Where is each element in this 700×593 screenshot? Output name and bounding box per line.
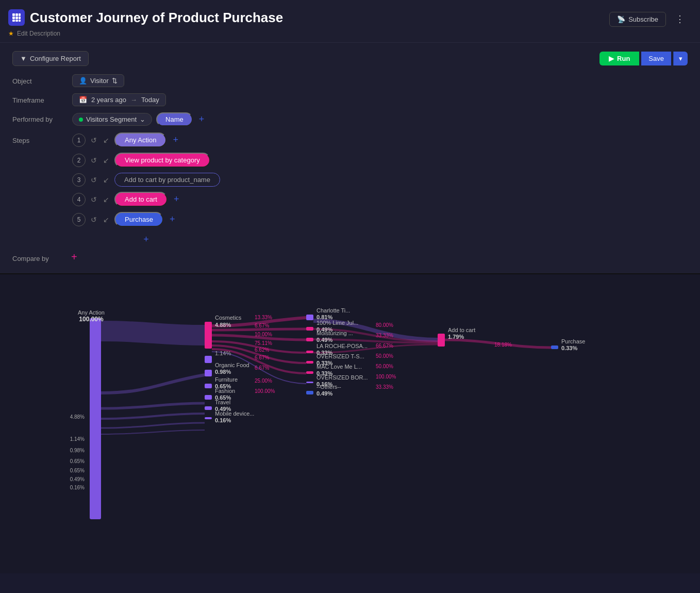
step-4-refresh[interactable]: ↺ (90, 194, 98, 205)
svg-text:--Others--: --Others-- (316, 384, 341, 390)
step-5-circle: 5 (72, 213, 86, 226)
compare-add-button[interactable]: + (69, 251, 79, 263)
svg-rect-26 (551, 345, 558, 349)
run-save-group: ▶ Run Save ▾ (599, 52, 688, 65)
svg-rect-1 (15, 13, 18, 16)
step-2: 2 ↺ ↙ View product by category (72, 153, 220, 168)
object-value: 👤 Visitor ⇅ (72, 74, 124, 87)
object-row: Object 👤 Visitor ⇅ (12, 74, 688, 87)
step-3-circle: 3 (72, 173, 86, 187)
svg-rect-16 (205, 417, 212, 419)
chevron-icon: ⇅ (112, 77, 118, 85)
compare-label: Compare by (12, 252, 64, 262)
step-1: 1 ↺ ↙ Any Action + (72, 133, 220, 147)
svg-rect-5 (19, 17, 21, 19)
svg-text:4.88%: 4.88% (215, 322, 231, 328)
step-3-action[interactable]: Add to cart by product_name (114, 173, 220, 187)
svg-text:Cosmetics: Cosmetics (215, 315, 242, 321)
chevron-down-icon: ▼ (20, 55, 27, 62)
step-1-branch[interactable]: ↙ (102, 135, 110, 145)
step-3-refresh[interactable]: ↺ (90, 175, 98, 185)
svg-text:100.00%: 100.00% (255, 388, 275, 394)
svg-rect-15 (205, 406, 212, 410)
step-2-refresh[interactable]: ↺ (90, 155, 98, 166)
svg-text:100% Lime Jul...: 100% Lime Jul... (316, 320, 358, 326)
step-4-action[interactable]: Add to cart (114, 192, 168, 207)
step-2-action[interactable]: View product by category (114, 153, 210, 168)
steps-column: 1 ↺ ↙ Any Action + 2 ↺ ↙ View product by… (72, 133, 220, 245)
step-3-branch[interactable]: ↙ (102, 175, 110, 185)
svg-text:33.33%: 33.33% (376, 384, 393, 390)
step-1-action[interactable]: Any Action (114, 133, 166, 147)
svg-text:66.67%: 66.67% (376, 343, 393, 349)
svg-text:25.00%: 25.00% (255, 378, 272, 384)
step-2-circle: 2 (72, 154, 86, 167)
step-5-refresh[interactable]: ↺ (90, 215, 98, 225)
svg-text:0.49%: 0.49% (316, 390, 332, 397)
calendar-icon: 📅 (79, 96, 87, 104)
step-5-branch[interactable]: ↙ (102, 215, 110, 225)
svg-rect-21 (306, 361, 313, 364)
more-options-button[interactable]: ⋮ (672, 11, 688, 27)
save-dropdown-button[interactable]: ▾ (673, 52, 688, 65)
svg-rect-19 (306, 338, 313, 341)
svg-text:0.98%: 0.98% (70, 448, 85, 453)
step-3: 3 ↺ ↙ Add to cart by product_name (72, 173, 220, 187)
steps-row: Steps 1 ↺ ↙ Any Action + 2 ↺ ↙ View prod… (12, 133, 688, 245)
svg-rect-3 (12, 17, 15, 19)
svg-text:Add to cart: Add to cart (448, 327, 475, 333)
add-performed-button[interactable]: + (197, 114, 207, 125)
svg-text:0.16%: 0.16% (215, 417, 231, 423)
performed-value: Visitors Segment ⌄ Name + (72, 112, 206, 126)
edit-description[interactable]: ★ Edit Description (8, 30, 283, 37)
svg-text:6.67%: 6.67% (255, 365, 269, 371)
object-selector[interactable]: 👤 Visitor ⇅ (72, 74, 124, 87)
timeframe-row: Timeframe 📅 2 years ago → Today (12, 93, 688, 106)
page-header: Customer Journey of Product Purchase ★ E… (0, 0, 700, 43)
svg-text:OVERSIZED T-S...: OVERSIZED T-S... (316, 353, 364, 359)
svg-rect-2 (19, 13, 21, 16)
green-dot-icon (79, 118, 83, 122)
step-5-add[interactable]: + (168, 214, 177, 225)
svg-text:LA ROCHE-POSA...: LA ROCHE-POSA... (316, 343, 368, 349)
svg-text:OVERSIZED BOR...: OVERSIZED BOR... (316, 374, 368, 381)
svg-rect-23 (306, 382, 313, 383)
svg-text:Mobile device...: Mobile device... (215, 410, 254, 417)
step-4-add[interactable]: + (172, 194, 181, 205)
svg-text:6.67%: 6.67% (255, 355, 269, 360)
svg-text:33.33%: 33.33% (376, 333, 393, 338)
step-4-circle: 4 (72, 193, 86, 206)
sankey-chart: Any Action 100.00% 4.88% 1.14% 0.98% 0.6… (10, 290, 690, 558)
visitor-icon: 👤 (79, 77, 87, 85)
subscribe-button[interactable]: 📡 Subscribe (609, 12, 666, 27)
name-pill-button[interactable]: Name (156, 112, 193, 126)
svg-text:10.00%: 10.00% (255, 332, 272, 337)
timeframe-selector[interactable]: 📅 2 years ago → Today (72, 93, 166, 106)
svg-rect-6 (12, 20, 15, 22)
svg-text:18.18%: 18.18% (494, 342, 512, 348)
timeframe-label: Timeframe (12, 93, 64, 104)
step-2-branch[interactable]: ↙ (102, 155, 110, 166)
svg-text:1.79%: 1.79% (448, 334, 464, 340)
svg-rect-11 (205, 356, 212, 363)
save-button[interactable]: Save (641, 52, 671, 65)
run-button[interactable]: ▶ Run (599, 52, 639, 65)
step-4-branch[interactable]: ↙ (102, 194, 110, 205)
svg-rect-13 (205, 384, 212, 388)
svg-text:Moisturizing ...: Moisturizing ... (316, 330, 353, 336)
star-icon: ★ (8, 30, 14, 37)
step-5-action[interactable]: Purchase (114, 212, 163, 227)
svg-rect-10 (205, 322, 212, 349)
add-step-button[interactable]: + (72, 234, 220, 245)
svg-text:0.65%: 0.65% (70, 458, 85, 464)
svg-text:50.00%: 50.00% (376, 364, 393, 369)
svg-text:13.33%: 13.33% (255, 315, 272, 320)
app-icon (8, 9, 25, 26)
svg-text:6.67%: 6.67% (255, 323, 269, 328)
compare-row: Compare by + (12, 251, 688, 263)
step-1-refresh[interactable]: ↺ (90, 135, 98, 145)
segment-selector[interactable]: Visitors Segment ⌄ (72, 113, 152, 126)
configure-report-button[interactable]: ▼ Configure Report (12, 51, 89, 66)
steps-label: Steps (12, 133, 64, 144)
step-1-add[interactable]: + (171, 135, 180, 145)
